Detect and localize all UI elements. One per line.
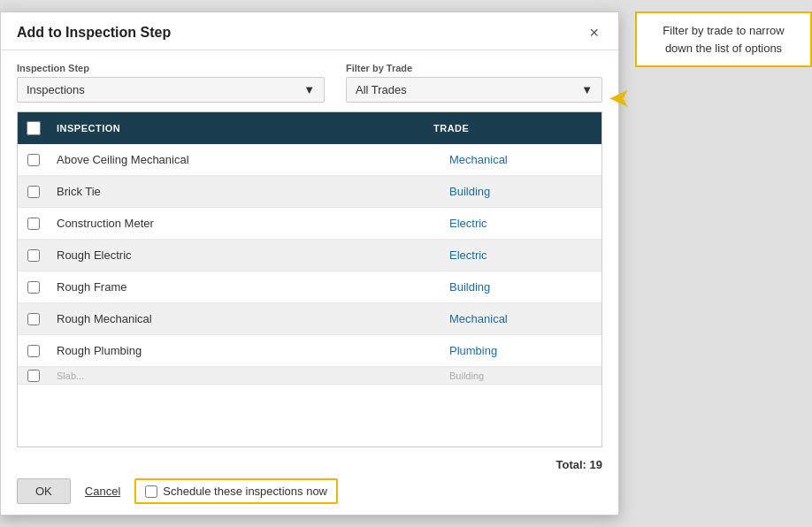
inspection-step-label: Inspection Step: [17, 63, 325, 73]
annotation-text: Filter by trade to narrow down the list …: [663, 24, 784, 55]
inspections-table: INSPECTION TRADE Above Ceiling Mechanica…: [17, 111, 602, 447]
row-inspection: Above Ceiling Mechanical: [50, 144, 442, 175]
th-inspection: INSPECTION: [50, 114, 426, 142]
row-checkbox[interactable]: [27, 313, 40, 325]
row-checkbox[interactable]: [27, 249, 40, 262]
table-row: Construction Meter Electric: [18, 208, 601, 240]
schedule-group: Schedule these inspections now: [134, 478, 338, 504]
row-checkbox-cell[interactable]: [18, 304, 50, 334]
table-row: Rough Electric Electric: [18, 240, 601, 271]
row-trade: Mechanical: [442, 303, 601, 334]
schedule-checkbox[interactable]: [145, 485, 157, 498]
header-checkbox-cell[interactable]: [18, 112, 50, 144]
schedule-label[interactable]: Schedule these inspections now: [163, 485, 327, 498]
select-all-checkbox[interactable]: [27, 121, 41, 135]
filter-trade-value: All Trades: [356, 83, 407, 96]
row-inspection: Slab...: [50, 367, 442, 385]
table-header: INSPECTION TRADE: [18, 112, 601, 144]
row-checkbox-cell[interactable]: [18, 177, 50, 207]
row-trade: Building: [442, 271, 601, 302]
th-trade: TRADE: [426, 114, 586, 142]
row-checkbox-cell[interactable]: [18, 367, 50, 385]
dialog-footer: Total: 19 OK Cancel Schedule these inspe…: [1, 447, 618, 515]
filter-arrow-icon: ➤: [609, 84, 631, 115]
row-checkbox[interactable]: [27, 370, 40, 382]
row-inspection: Rough Plumbing: [50, 335, 442, 366]
table-row: Rough Frame Building: [18, 271, 601, 303]
row-inspection: Rough Mechanical: [50, 303, 442, 334]
table-row: Rough Plumbing Plumbing: [18, 335, 601, 367]
table-row: Rough Mechanical Mechanical: [18, 303, 601, 335]
filter-trade-arrow: ▼: [581, 83, 593, 96]
table-body: Above Ceiling Mechanical Mechanical ➤ Br…: [18, 144, 601, 427]
row-checkbox-cell[interactable]: [18, 209, 50, 239]
row-checkbox[interactable]: [27, 154, 40, 166]
row-checkbox[interactable]: [27, 218, 40, 230]
filter-trade-label: Filter by Trade: [346, 63, 602, 73]
controls-row: Inspection Step Inspections ▼ Filter by …: [1, 50, 618, 111]
table-row: Slab... Building: [18, 367, 601, 385]
close-button[interactable]: ×: [586, 25, 602, 41]
filter-trade-select[interactable]: All Trades ▼: [346, 77, 602, 103]
table-row: ➤ Brick Tie Building: [18, 176, 601, 208]
inspection-step-select[interactable]: Inspections ▼: [17, 77, 325, 103]
row-trade: Mechanical: [442, 144, 601, 175]
row-trade: Building: [442, 176, 601, 207]
row-inspection: Brick Tie: [50, 176, 442, 207]
annotation-box: Filter by trade to narrow down the list …: [635, 11, 812, 67]
total-label: Total: 19: [17, 458, 602, 471]
inspection-step-value: Inspections: [27, 83, 85, 96]
row-trade: Plumbing: [442, 335, 601, 366]
table-row: Above Ceiling Mechanical Mechanical: [18, 144, 601, 176]
row-checkbox-cell[interactable]: [18, 336, 50, 366]
row-trade: Building: [442, 367, 601, 385]
row-trade: Electric: [442, 240, 601, 271]
row-checkbox[interactable]: [27, 281, 40, 294]
row-checkbox[interactable]: [27, 345, 40, 357]
dialog-header: Add to Inspection Step ×: [1, 12, 618, 50]
row-inspection: Rough Electric: [50, 240, 442, 271]
row-checkbox-cell[interactable]: [18, 272, 50, 302]
inspection-step-arrow: ▼: [303, 83, 315, 96]
add-to-inspection-dialog: Add to Inspection Step × Inspection Step…: [0, 11, 619, 516]
cancel-button[interactable]: Cancel: [85, 485, 120, 498]
row-inspection: Rough Frame: [50, 271, 442, 302]
filter-trade-group: Filter by Trade All Trades ▼: [346, 63, 602, 103]
dialog-title: Add to Inspection Step: [17, 25, 171, 41]
inspection-step-group: Inspection Step Inspections ▼: [17, 63, 325, 103]
footer-actions: OK Cancel Schedule these inspections now: [17, 478, 602, 504]
row-checkbox-cell[interactable]: [18, 241, 50, 271]
row-inspection: Construction Meter: [50, 208, 442, 239]
row-checkbox-cell[interactable]: [18, 145, 50, 175]
row-checkbox[interactable]: [27, 186, 40, 198]
ok-button[interactable]: OK: [17, 478, 71, 504]
row-trade: Electric: [442, 208, 601, 239]
